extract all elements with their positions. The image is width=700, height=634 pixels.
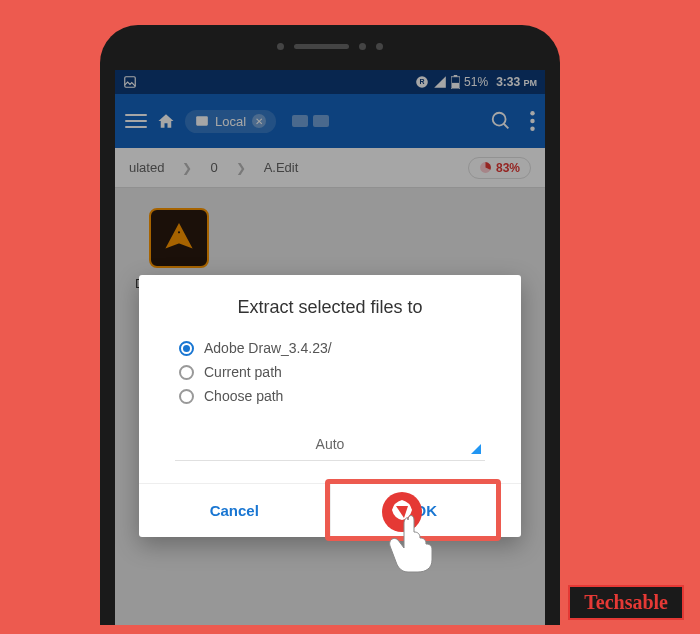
option-label: Adobe Draw_3.4.23/ <box>204 340 332 356</box>
radio-icon-selected <box>179 341 194 356</box>
cancel-button[interactable]: Cancel <box>139 484 330 537</box>
encoding-selector[interactable]: Auto <box>139 418 521 458</box>
option-choose-path[interactable]: Choose path <box>179 384 481 408</box>
ok-button[interactable]: OK <box>330 484 522 537</box>
option-label: Current path <box>204 364 282 380</box>
extract-options: Adobe Draw_3.4.23/ Current path Choose p… <box>139 336 521 418</box>
spinner-handle-icon <box>471 444 481 454</box>
watermark: Techsable <box>568 585 684 620</box>
dialog-title: Extract selected files to <box>139 275 521 336</box>
option-label: Choose path <box>204 388 283 404</box>
radio-icon <box>179 365 194 380</box>
option-current-path[interactable]: Current path <box>179 360 481 384</box>
phone-screen: R 51% 3:33 PM Local ✕ <box>115 70 545 625</box>
divider <box>175 460 485 461</box>
extract-dialog: Extract selected files to Adobe Draw_3.4… <box>139 275 521 537</box>
encoding-value: Auto <box>316 436 345 452</box>
option-new-folder[interactable]: Adobe Draw_3.4.23/ <box>179 336 481 360</box>
radio-icon <box>179 389 194 404</box>
phone-frame: R 51% 3:33 PM Local ✕ <box>100 25 560 625</box>
